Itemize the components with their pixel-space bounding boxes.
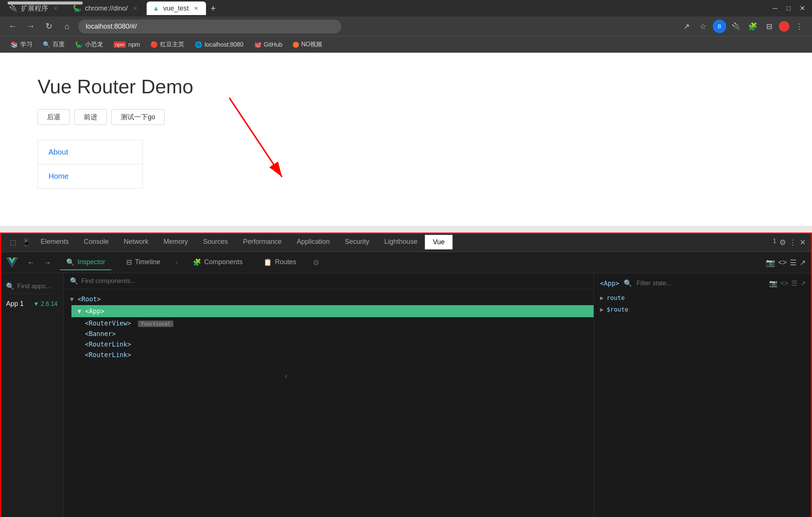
app-list-item[interactable]: App 1 ▼ 2.6.14 — [6, 297, 58, 311]
sroute-arrow[interactable]: ▶ — [600, 306, 604, 313]
vue-forward-button[interactable]: → — [44, 258, 51, 267]
devtools-tab-vue[interactable]: Vue — [425, 235, 452, 249]
test-go-button[interactable]: 测试一下go — [111, 109, 165, 125]
horizontal-scrollbar[interactable] — [0, 226, 812, 233]
vue-tab-inspector[interactable]: 🔍 Inspector — [60, 255, 111, 270]
state-screenshot-icon[interactable]: 📷 — [769, 279, 777, 287]
state-key-route: route — [607, 294, 625, 301]
search-components-bar: 🔍 — [64, 273, 594, 289]
routerlink2-label: <RouterLink> — [85, 351, 131, 359]
bookmark-github[interactable]: 🐙 GitHub — [250, 40, 287, 50]
back-button[interactable]: ← — [6, 20, 20, 33]
tree-item-banner[interactable]: <Banner> — [79, 328, 594, 339]
bookmark-hongdou[interactable]: 🔴 红豆主页 — [146, 39, 189, 50]
home-button[interactable]: ⌂ — [60, 20, 74, 33]
tab-title-3: vue_test — [163, 5, 189, 12]
state-list-icon[interactable]: ☰ — [791, 279, 797, 287]
tree-item-app[interactable]: ▼ <App> — [71, 305, 594, 317]
devtools-tab-security[interactable]: Security — [337, 235, 377, 249]
bookmark-baidu[interactable]: 🔍 百度 — [38, 39, 69, 50]
devtools-device-icon[interactable]: 📱 — [20, 236, 33, 249]
about-link[interactable]: About — [38, 140, 142, 164]
forward-nav-button[interactable]: 前进 — [74, 109, 107, 125]
puzzle-icon[interactable]: 🧩 — [746, 20, 759, 33]
new-tab-button[interactable]: + — [208, 2, 219, 15]
state-item-route[interactable]: ▶ route — [600, 292, 806, 304]
scrollbar-thumb[interactable] — [8, 2, 83, 5]
vue-list-icon[interactable]: ☰ — [790, 258, 797, 267]
devtools-close-icon[interactable]: ✕ — [800, 238, 806, 247]
bookmark-label-hongdou: 红豆主页 — [160, 41, 184, 49]
vue-open-icon[interactable]: ↗ — [800, 258, 806, 267]
tab-close-1[interactable]: ✕ — [52, 5, 59, 12]
forward-button[interactable]: → — [24, 20, 38, 33]
tree-item-app-label: <App> — [85, 307, 104, 315]
bookmark-localhost[interactable]: 🌐 localhost:8080 — [190, 40, 248, 50]
devtools-tab-performance[interactable]: Performance — [235, 235, 289, 249]
reload-button[interactable]: ↻ — [42, 20, 56, 33]
devtools-count-badge: 1 — [773, 238, 776, 247]
state-code-icon[interactable]: <> — [780, 279, 788, 287]
tree-item-routerlink-2[interactable]: <RouterLink> — [79, 350, 594, 360]
devtools-tab-application[interactable]: Application — [289, 235, 337, 249]
vue-inspect-icon[interactable]: <> — [778, 258, 787, 267]
state-header: <App> 🔍 📷 <> ☰ ↗ — [600, 279, 806, 287]
back-nav-button[interactable]: 后退 — [38, 109, 70, 125]
bookmark-icon-localhost: 🌐 — [195, 41, 202, 48]
vue-tab-components[interactable]: 🧩 Components — [187, 255, 248, 270]
vue-tab-timeline[interactable]: ⊟ Timeline — [120, 255, 166, 270]
devtools-tab-sources[interactable]: Sources — [195, 235, 235, 249]
route-arrow[interactable]: ▶ — [600, 294, 604, 301]
windows-icon[interactable]: ⊟ — [762, 20, 776, 33]
bookmark-study[interactable]: 📚 学习 — [6, 39, 37, 50]
minimize-button[interactable]: ─ — [769, 3, 781, 14]
devtools-toolbar-right: 1 ⚙ ⋮ ✕ — [773, 238, 806, 247]
extension-icon[interactable]: 🔌 — [729, 20, 743, 33]
vue-back-button[interactable]: ← — [27, 258, 35, 267]
devtools-tab-network[interactable]: Network — [116, 235, 156, 249]
devtools-toolbar: ⬚ 📱 Elements Console Network Memory Sour… — [0, 233, 812, 252]
selected-component-name: <App> — [600, 280, 619, 287]
tab-vue-test[interactable]: ▲ vue_test ✕ — [147, 2, 206, 15]
search-apps-bar: 🔍 ↻ — [6, 279, 58, 294]
vue-tab-routes[interactable]: 📋 Routes — [258, 255, 302, 270]
devtools-panel: ⬚ 📱 Elements Console Network Memory Sour… — [0, 233, 812, 517]
devtools-settings-icon[interactable]: ⚙ — [779, 238, 786, 247]
devtools-tab-elements[interactable]: Elements — [33, 235, 76, 249]
bookmark-icon-study: 📚 — [11, 41, 18, 48]
devtools-tab-memory[interactable]: Memory — [156, 235, 195, 249]
state-filter-input[interactable] — [636, 280, 765, 287]
bookmark-npm[interactable]: npm npm — [109, 40, 144, 50]
state-item-sroute[interactable]: ▶ $route — [600, 304, 806, 315]
devtools-more-icon[interactable]: ⋮ — [789, 238, 797, 247]
address-input[interactable] — [78, 20, 341, 33]
profile-icon[interactable]: B — [713, 20, 726, 33]
devtools-tab-lighthouse[interactable]: Lighthouse — [377, 235, 425, 249]
bookmark-icon[interactable]: ☆ — [696, 20, 710, 33]
tab-close-3[interactable]: ✕ — [192, 5, 200, 12]
share-icon[interactable]: ↗ — [680, 20, 693, 33]
bookmark-icon-dino: 🦕 — [75, 41, 83, 48]
tree-item-root[interactable]: ▼ <Root> — [64, 294, 594, 304]
vue-screenshot-icon[interactable]: 📷 — [766, 258, 775, 267]
collapse-handle[interactable]: ‹ — [285, 371, 288, 380]
close-button[interactable]: ✕ — [796, 3, 809, 14]
bookmark-dino[interactable]: 🦕 小恐龙 — [71, 39, 108, 50]
bookmark-novideo[interactable]: NO视频 — [288, 39, 327, 50]
devtools-tab-console[interactable]: Console — [76, 235, 116, 249]
state-open-icon[interactable]: ↗ — [800, 279, 806, 287]
home-link[interactable]: Home — [38, 164, 142, 188]
tab-favicon-1: 🔌 — [9, 4, 17, 12]
tree-item-routerview[interactable]: <RouterView> functional — [79, 318, 594, 328]
address-bar: ← → ↻ ⌂ ↗ ☆ B 🔌 🧩 ⊟ ⋮ — [0, 17, 812, 36]
search-components-input[interactable] — [81, 277, 588, 285]
devtools-select-icon[interactable]: ⬚ — [6, 236, 20, 249]
tree-item-routerlink-1[interactable]: <RouterLink> — [79, 339, 594, 350]
menu-icon[interactable]: ⋮ — [792, 20, 806, 33]
tab-separator: › — [175, 258, 178, 267]
settings-cog-icon[interactable]: ⚙ — [313, 258, 320, 267]
tab-close-2[interactable]: ✕ — [132, 5, 139, 12]
page-title: Vue Router Demo — [38, 75, 774, 98]
vue-tab-timeline-label: Timeline — [135, 258, 160, 266]
restore-button[interactable]: □ — [783, 3, 794, 14]
